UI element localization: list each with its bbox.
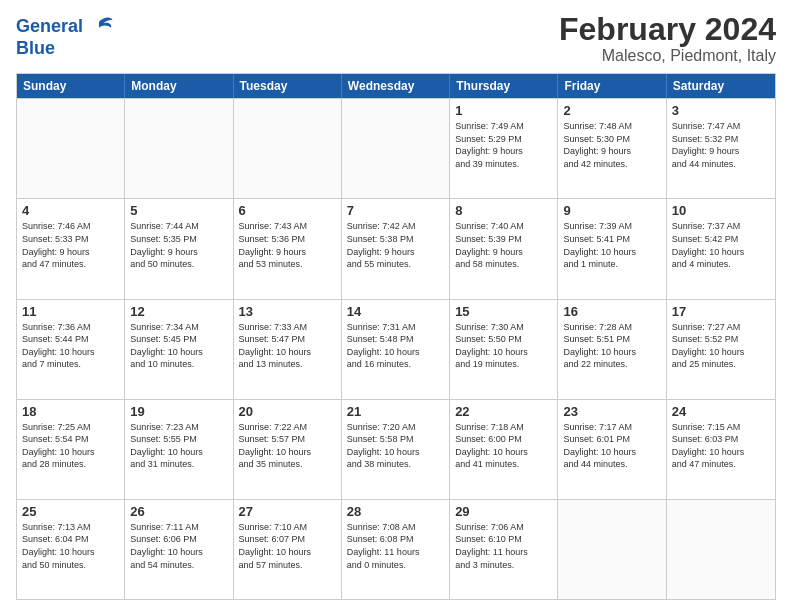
calendar-day-1: 1Sunrise: 7:49 AM Sunset: 5:29 PM Daylig… [450,99,558,198]
calendar-day-18: 18Sunrise: 7:25 AM Sunset: 5:54 PM Dayli… [17,400,125,499]
calendar-day-22: 22Sunrise: 7:18 AM Sunset: 6:00 PM Dayli… [450,400,558,499]
calendar-day-21: 21Sunrise: 7:20 AM Sunset: 5:58 PM Dayli… [342,400,450,499]
logo-text: General [16,16,83,38]
calendar-day-12: 12Sunrise: 7:34 AM Sunset: 5:45 PM Dayli… [125,300,233,399]
calendar-day-11: 11Sunrise: 7:36 AM Sunset: 5:44 PM Dayli… [17,300,125,399]
day-info: Sunrise: 7:28 AM Sunset: 5:51 PM Dayligh… [563,321,660,371]
calendar-day-28: 28Sunrise: 7:08 AM Sunset: 6:08 PM Dayli… [342,500,450,599]
day-number: 9 [563,203,660,218]
calendar-day-27: 27Sunrise: 7:10 AM Sunset: 6:07 PM Dayli… [234,500,342,599]
calendar-week-2: 4Sunrise: 7:46 AM Sunset: 5:33 PM Daylig… [17,198,775,298]
day-info: Sunrise: 7:34 AM Sunset: 5:45 PM Dayligh… [130,321,227,371]
day-number: 13 [239,304,336,319]
day-number: 2 [563,103,660,118]
day-info: Sunrise: 7:31 AM Sunset: 5:48 PM Dayligh… [347,321,444,371]
day-info: Sunrise: 7:39 AM Sunset: 5:41 PM Dayligh… [563,220,660,270]
day-number: 7 [347,203,444,218]
day-info: Sunrise: 7:27 AM Sunset: 5:52 PM Dayligh… [672,321,770,371]
calendar-day-15: 15Sunrise: 7:30 AM Sunset: 5:50 PM Dayli… [450,300,558,399]
day-info: Sunrise: 7:49 AM Sunset: 5:29 PM Dayligh… [455,120,552,170]
day-number: 3 [672,103,770,118]
day-number: 19 [130,404,227,419]
calendar-day-7: 7Sunrise: 7:42 AM Sunset: 5:38 PM Daylig… [342,199,450,298]
calendar-day-empty [17,99,125,198]
day-header-wednesday: Wednesday [342,74,450,98]
day-header-thursday: Thursday [450,74,558,98]
day-info: Sunrise: 7:11 AM Sunset: 6:06 PM Dayligh… [130,521,227,571]
day-number: 27 [239,504,336,519]
day-info: Sunrise: 7:23 AM Sunset: 5:55 PM Dayligh… [130,421,227,471]
day-info: Sunrise: 7:22 AM Sunset: 5:57 PM Dayligh… [239,421,336,471]
day-info: Sunrise: 7:17 AM Sunset: 6:01 PM Dayligh… [563,421,660,471]
title-block: February 2024 Malesco, Piedmont, Italy [559,12,776,65]
day-number: 1 [455,103,552,118]
day-number: 21 [347,404,444,419]
day-info: Sunrise: 7:40 AM Sunset: 5:39 PM Dayligh… [455,220,552,270]
day-number: 25 [22,504,119,519]
calendar-day-9: 9Sunrise: 7:39 AM Sunset: 5:41 PM Daylig… [558,199,666,298]
day-number: 11 [22,304,119,319]
day-info: Sunrise: 7:47 AM Sunset: 5:32 PM Dayligh… [672,120,770,170]
day-number: 23 [563,404,660,419]
day-number: 5 [130,203,227,218]
calendar-day-23: 23Sunrise: 7:17 AM Sunset: 6:01 PM Dayli… [558,400,666,499]
day-number: 15 [455,304,552,319]
calendar-day-13: 13Sunrise: 7:33 AM Sunset: 5:47 PM Dayli… [234,300,342,399]
calendar-day-14: 14Sunrise: 7:31 AM Sunset: 5:48 PM Dayli… [342,300,450,399]
calendar-day-10: 10Sunrise: 7:37 AM Sunset: 5:42 PM Dayli… [667,199,775,298]
subtitle: Malesco, Piedmont, Italy [559,47,776,65]
day-info: Sunrise: 7:10 AM Sunset: 6:07 PM Dayligh… [239,521,336,571]
calendar-week-1: 1Sunrise: 7:49 AM Sunset: 5:29 PM Daylig… [17,98,775,198]
day-header-tuesday: Tuesday [234,74,342,98]
calendar: SundayMondayTuesdayWednesdayThursdayFrid… [16,73,776,600]
day-info: Sunrise: 7:20 AM Sunset: 5:58 PM Dayligh… [347,421,444,471]
day-info: Sunrise: 7:13 AM Sunset: 6:04 PM Dayligh… [22,521,119,571]
header: General Blue February 2024 Malesco, Pied… [16,12,776,65]
logo: General Blue [16,12,114,60]
calendar-day-empty [234,99,342,198]
calendar-day-20: 20Sunrise: 7:22 AM Sunset: 5:57 PM Dayli… [234,400,342,499]
day-header-saturday: Saturday [667,74,775,98]
calendar-day-empty [342,99,450,198]
calendar-day-25: 25Sunrise: 7:13 AM Sunset: 6:04 PM Dayli… [17,500,125,599]
calendar-day-2: 2Sunrise: 7:48 AM Sunset: 5:30 PM Daylig… [558,99,666,198]
day-number: 26 [130,504,227,519]
day-info: Sunrise: 7:46 AM Sunset: 5:33 PM Dayligh… [22,220,119,270]
day-number: 6 [239,203,336,218]
calendar-day-5: 5Sunrise: 7:44 AM Sunset: 5:35 PM Daylig… [125,199,233,298]
calendar-day-17: 17Sunrise: 7:27 AM Sunset: 5:52 PM Dayli… [667,300,775,399]
day-header-friday: Friday [558,74,666,98]
day-info: Sunrise: 7:44 AM Sunset: 5:35 PM Dayligh… [130,220,227,270]
calendar-day-empty [558,500,666,599]
day-info: Sunrise: 7:36 AM Sunset: 5:44 PM Dayligh… [22,321,119,371]
day-number: 14 [347,304,444,319]
day-info: Sunrise: 7:06 AM Sunset: 6:10 PM Dayligh… [455,521,552,571]
calendar-day-24: 24Sunrise: 7:15 AM Sunset: 6:03 PM Dayli… [667,400,775,499]
calendar-day-16: 16Sunrise: 7:28 AM Sunset: 5:51 PM Dayli… [558,300,666,399]
day-number: 18 [22,404,119,419]
day-info: Sunrise: 7:15 AM Sunset: 6:03 PM Dayligh… [672,421,770,471]
day-number: 17 [672,304,770,319]
day-number: 28 [347,504,444,519]
day-number: 4 [22,203,119,218]
day-number: 12 [130,304,227,319]
day-header-sunday: Sunday [17,74,125,98]
day-info: Sunrise: 7:37 AM Sunset: 5:42 PM Dayligh… [672,220,770,270]
calendar-day-empty [125,99,233,198]
day-info: Sunrise: 7:33 AM Sunset: 5:47 PM Dayligh… [239,321,336,371]
calendar-day-4: 4Sunrise: 7:46 AM Sunset: 5:33 PM Daylig… [17,199,125,298]
calendar-day-29: 29Sunrise: 7:06 AM Sunset: 6:10 PM Dayli… [450,500,558,599]
calendar-day-26: 26Sunrise: 7:11 AM Sunset: 6:06 PM Dayli… [125,500,233,599]
logo-text2: Blue [16,38,55,60]
day-info: Sunrise: 7:08 AM Sunset: 6:08 PM Dayligh… [347,521,444,571]
day-header-monday: Monday [125,74,233,98]
day-info: Sunrise: 7:25 AM Sunset: 5:54 PM Dayligh… [22,421,119,471]
day-number: 10 [672,203,770,218]
day-info: Sunrise: 7:43 AM Sunset: 5:36 PM Dayligh… [239,220,336,270]
day-number: 16 [563,304,660,319]
day-number: 8 [455,203,552,218]
calendar-header: SundayMondayTuesdayWednesdayThursdayFrid… [17,74,775,98]
calendar-day-3: 3Sunrise: 7:47 AM Sunset: 5:32 PM Daylig… [667,99,775,198]
day-number: 20 [239,404,336,419]
day-info: Sunrise: 7:18 AM Sunset: 6:00 PM Dayligh… [455,421,552,471]
